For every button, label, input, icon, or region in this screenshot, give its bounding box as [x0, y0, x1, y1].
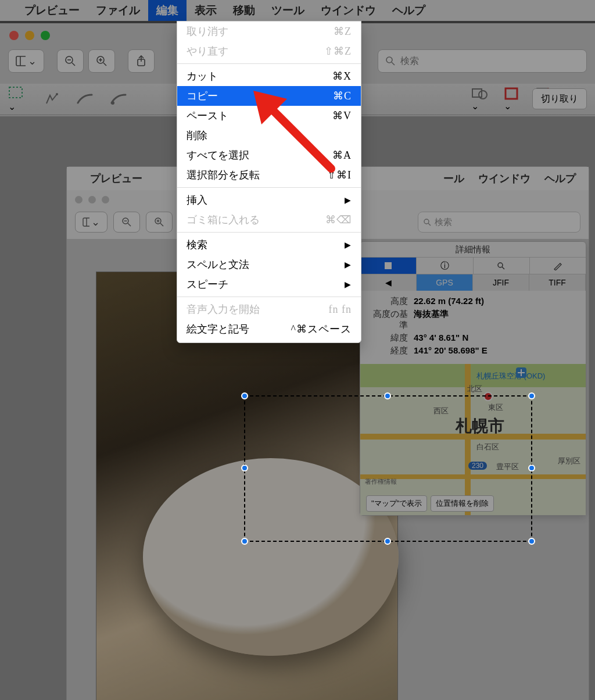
selection-marquee[interactable] — [244, 395, 532, 542]
menu-item-shortcut: ⇧⌘Z — [324, 45, 352, 58]
menubar-tools[interactable]: ツール — [263, 0, 313, 21]
inspector-tab-search[interactable] — [474, 258, 530, 274]
edit-menu-item[interactable]: コピー⌘C — [177, 86, 361, 106]
map-label-atsubetsu: 厚別区 — [558, 456, 580, 466]
menu-item-shortcut: ⇧⌘I — [327, 169, 352, 181]
handle-ne[interactable] — [528, 392, 535, 399]
inner-menubar-tools: ール — [436, 172, 471, 185]
shapes-button[interactable]: ⌄ — [471, 87, 488, 112]
submenu-arrow-icon: ▶ — [345, 280, 352, 290]
menu-item-shortcut: ⌘A — [332, 149, 352, 162]
inner-search-input: 検索 — [418, 212, 580, 233]
sketch-button[interactable] — [77, 92, 94, 106]
chevron-down-icon: ⌄ — [504, 101, 511, 111]
handle-se[interactable] — [528, 538, 535, 545]
select-tool-button[interactable]: ⌄ — [8, 86, 28, 112]
gps-key-altref: 高度の基準 — [366, 309, 408, 331]
inspector-tab-annotate[interactable] — [530, 258, 586, 274]
crop-button[interactable]: 切り取り — [532, 88, 587, 109]
gps-val-alt: 22.62 m (74.22 ft) — [414, 296, 484, 307]
submenu-arrow-icon: ▶ — [345, 195, 352, 205]
handle-w[interactable] — [241, 465, 248, 472]
search-input[interactable]: 検索 — [378, 49, 587, 73]
gps-val-lon: 141° 20' 58.698" E — [414, 345, 488, 356]
edit-menu-item[interactable]: スペルと文法▶ — [177, 255, 361, 274]
chevron-down-icon: ⌄ — [8, 102, 16, 112]
edit-menu-item[interactable]: カット⌘X — [177, 66, 361, 86]
svg-line-6 — [103, 63, 106, 66]
share-button[interactable] — [128, 49, 155, 73]
menu-item-label: ゴミ箱に入れる — [187, 213, 260, 227]
menu-item-label: 選択部分を反転 — [187, 168, 260, 182]
search-icon — [384, 55, 397, 67]
zoom-out-button[interactable] — [57, 49, 84, 73]
svg-line-12 — [392, 62, 395, 65]
edit-menu-item[interactable]: 削除 — [177, 126, 361, 145]
menu-item-shortcut: ⌘Z — [334, 25, 352, 38]
inner-sidebar-mode-button: ⌄ — [75, 212, 107, 233]
svg-point-11 — [386, 57, 392, 63]
draw-button[interactable] — [110, 92, 128, 106]
menu-item-label: 音声入力を開始 — [187, 302, 260, 316]
inspector-tab-general[interactable] — [360, 258, 417, 274]
handle-n[interactable] — [384, 392, 391, 399]
svg-rect-32 — [385, 262, 392, 269]
menu-item-label: すべてを選択 — [187, 148, 249, 162]
gps-key-lon: 経度 — [366, 345, 408, 356]
edit-menu-item[interactable]: 絵文字と記号^⌘スペース — [177, 319, 361, 339]
inspector-sub-tabs: ◀ GPS JFIF TIFF — [360, 274, 586, 291]
gps-table: 高度22.62 m (74.22 ft) 高度の基準海抜基準 緯度43° 4' … — [360, 291, 586, 364]
menubar-go[interactable]: 移動 — [225, 0, 263, 21]
menubar-window[interactable]: ウインドウ — [313, 0, 384, 21]
handle-e[interactable] — [528, 465, 535, 472]
inspector-top-tabs: ⓘ — [360, 257, 586, 274]
map-label-airport: 札幌丘珠空港 (OKD) — [476, 371, 545, 381]
minimize-icon — [88, 196, 96, 203]
edit-menu-item[interactable]: すべてを選択⌘A — [177, 145, 361, 165]
menubar-app[interactable]: プレビュー — [16, 0, 88, 21]
edit-menu-item[interactable]: スピーチ▶ — [177, 274, 361, 294]
inner-search-placeholder: 検索 — [435, 217, 452, 228]
menu-item-shortcut: ⌘V — [332, 109, 352, 122]
menu-item-shortcut: ^⌘スペース — [291, 322, 352, 336]
minimize-icon[interactable] — [25, 31, 34, 40]
edit-menu-item[interactable]: 検索▶ — [177, 235, 361, 255]
inspector-subtab-prev[interactable]: ◀ — [360, 274, 417, 291]
menu-item-label: やり直す — [187, 44, 228, 58]
inspector-subtab-gps[interactable]: GPS — [417, 274, 473, 291]
menubar-edit[interactable]: 編集 — [148, 0, 187, 21]
menu-item-shortcut: ⌘X — [332, 70, 352, 83]
sidebar-mode-button[interactable]: ⌄ — [8, 49, 44, 73]
inner-menubar-app: プレビュー — [83, 172, 149, 185]
search-icon — [423, 218, 432, 227]
handle-s[interactable] — [384, 538, 391, 545]
instant-alpha-button[interactable] — [44, 92, 60, 107]
border-color-button[interactable]: ⌄ — [504, 87, 519, 112]
inspector-tab-info[interactable]: ⓘ — [417, 258, 473, 274]
edit-menu-item[interactable]: ペースト⌘V — [177, 106, 361, 126]
system-menubar: プレビュー ファイル 編集 表示 移動 ツール ウインドウ ヘルプ — [0, 0, 595, 21]
svg-point-33 — [498, 263, 503, 267]
handle-sw[interactable] — [241, 538, 248, 545]
close-icon[interactable] — [9, 31, 19, 40]
zoom-icon[interactable] — [41, 31, 50, 40]
menubar-help[interactable]: ヘルプ — [384, 0, 433, 21]
edit-menu-item[interactable]: 選択部分を反転⇧⌘I — [177, 165, 361, 185]
zoom-in-button[interactable] — [88, 49, 115, 73]
edit-menu-item[interactable]: 挿入▶ — [177, 190, 361, 210]
svg-rect-0 — [16, 56, 26, 66]
menubar-file[interactable]: ファイル — [88, 0, 148, 21]
menu-item-label: ペースト — [187, 109, 228, 123]
edit-menu-item: ゴミ箱に入れる⌘⌫ — [177, 210, 361, 230]
inspector-subtab-tiff[interactable]: TIFF — [529, 274, 586, 291]
inner-zoom-in — [146, 212, 173, 233]
inspector-title: 詳細情報 — [360, 242, 586, 257]
menu-item-shortcut: ⌘C — [333, 90, 352, 102]
handle-nw[interactable] — [241, 392, 248, 399]
inner-menubar-window: ウインドウ — [471, 172, 537, 185]
menubar-view[interactable]: 表示 — [187, 0, 225, 21]
edit-menu-item: やり直す⇧⌘Z — [177, 41, 361, 61]
airplane-icon — [516, 367, 526, 378]
inspector-subtab-jfif[interactable]: JFIF — [473, 274, 529, 291]
chevron-down-icon: ⌄ — [471, 101, 479, 111]
